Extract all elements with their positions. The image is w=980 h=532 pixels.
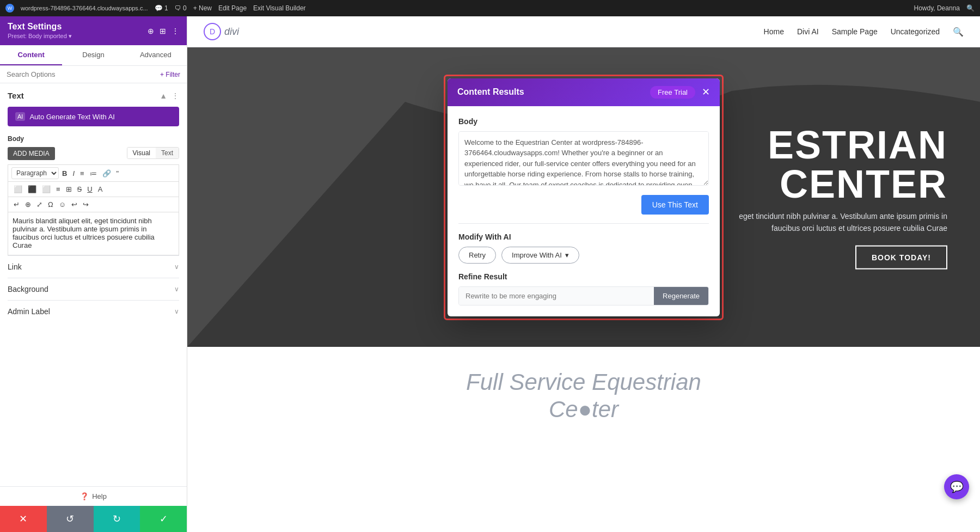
main-content: D divi Home Divi AI Sample Page Uncatego… xyxy=(187,16,980,532)
background-section-header[interactable]: Background ∨ xyxy=(8,285,179,293)
admin-label-section: Admin Label ∨ xyxy=(8,300,179,322)
modify-buttons: Retry Improve With AI ▾ xyxy=(458,247,709,264)
editor-toolbar-row1: Paragraph B I ≡ ≔ 🔗 " xyxy=(8,164,179,181)
section-collapse-icon[interactable]: ▲ xyxy=(160,91,167,100)
tab-advanced[interactable]: Advanced xyxy=(125,45,187,65)
improve-ai-chevron-icon: ▾ xyxy=(565,251,569,259)
section-more-icon[interactable]: ⋮ xyxy=(171,91,179,100)
text-section-title: Text xyxy=(8,91,24,100)
background-section: Background ∨ xyxy=(8,278,179,300)
admin-bar-comment[interactable]: 💬 1 xyxy=(155,4,168,12)
align-right-button[interactable]: ⬜ xyxy=(40,184,53,194)
modal-close-button[interactable]: ✕ xyxy=(702,87,710,97)
justify-button[interactable]: ≡ xyxy=(54,184,63,194)
admin-bar-bubble[interactable]: 🗨 0 xyxy=(175,4,187,12)
admin-label-header[interactable]: Admin Label ∨ xyxy=(8,307,179,316)
paragraph-select[interactable]: Paragraph xyxy=(11,167,59,179)
nav-search-icon[interactable]: 🔍 xyxy=(953,27,964,37)
bottom-section: Full Service Equestrian Ce●ter xyxy=(187,347,980,445)
add-media-button[interactable]: ADD MEDIA xyxy=(8,147,55,160)
undo-button[interactable]: ↩ xyxy=(69,199,79,210)
italic-button[interactable]: I xyxy=(70,168,77,179)
sidebar-icon-layout[interactable]: ⊞ xyxy=(160,27,166,35)
wp-nav-links: Home Divi AI Sample Page Uncategorized 🔍 xyxy=(764,27,964,37)
nav-link-home[interactable]: Home xyxy=(764,27,784,36)
emoji-button[interactable]: ☺ xyxy=(57,199,68,210)
sidebar-preset[interactable]: Preset: Body imported ▾ xyxy=(8,33,72,40)
editor-tab-text[interactable]: Text xyxy=(156,148,179,158)
filter-button[interactable]: + Filter xyxy=(160,71,180,78)
admin-bar-exit-builder[interactable]: Exit Visual Builder xyxy=(253,4,306,12)
retry-button[interactable]: Retry xyxy=(458,247,496,264)
improve-ai-button[interactable]: Improve With AI ▾ xyxy=(501,247,579,264)
cancel-button[interactable]: ✕ xyxy=(0,506,47,532)
sidebar-icon-target[interactable]: ⊕ xyxy=(148,27,154,35)
link-button[interactable]: 🔗 xyxy=(100,168,113,179)
use-text-button[interactable]: Use This Text xyxy=(641,195,709,215)
sidebar-icon-more[interactable]: ⋮ xyxy=(171,27,179,35)
admin-bar-new[interactable]: + New xyxy=(193,4,212,12)
strikethrough-button[interactable]: S xyxy=(75,184,84,194)
omega-button[interactable]: Ω xyxy=(46,199,56,210)
help-label[interactable]: Help xyxy=(92,492,107,500)
nav-link-divi-ai[interactable]: Divi AI xyxy=(797,27,819,36)
redo-all-button[interactable]: ↻ xyxy=(94,506,140,532)
wp-nav-logo: D divi xyxy=(204,23,239,40)
underline-button[interactable]: U xyxy=(85,184,94,194)
modal-divider xyxy=(458,223,709,224)
sidebar-tabs: Content Design Advanced xyxy=(0,45,187,66)
admin-bar-search[interactable]: 🔍 xyxy=(966,4,975,12)
background-chevron-icon: ∨ xyxy=(174,285,179,293)
table-button[interactable]: ⊞ xyxy=(64,184,74,194)
undo-all-button[interactable]: ↺ xyxy=(47,506,94,532)
wp-logo-icon[interactable]: W xyxy=(5,4,14,13)
tab-design[interactable]: Design xyxy=(62,45,124,65)
outdent-button[interactable]: ⊕ xyxy=(23,199,33,210)
modify-ai-section: Modify With AI Retry Improve With AI ▾ xyxy=(458,233,709,264)
modal-body: Body Use This Text Modify With AI Retry xyxy=(448,106,720,316)
floating-chat-button[interactable]: 💬 xyxy=(944,474,969,499)
free-trial-badge[interactable]: Free Trial xyxy=(650,86,695,99)
divi-logo-text: divi xyxy=(224,26,239,38)
modify-ai-label: Modify With AI xyxy=(458,233,709,241)
link-section: Link ∨ xyxy=(8,255,179,278)
body-label: Body xyxy=(8,135,179,143)
refine-row: Regenerate xyxy=(458,286,709,305)
regenerate-button[interactable]: Regenerate xyxy=(654,287,708,305)
search-input[interactable] xyxy=(7,70,156,78)
editor-tab-visual[interactable]: Visual xyxy=(127,148,156,158)
color-button[interactable]: A xyxy=(96,184,105,194)
bottom-title-line2: Ce●ter xyxy=(198,396,969,423)
refine-input[interactable] xyxy=(459,287,654,305)
editor-area[interactable]: Mauris blandit aliquet elit, eget tincid… xyxy=(8,212,179,255)
align-center-button[interactable]: ⬛ xyxy=(26,184,39,194)
bottom-title-line1: Full Service Equestrian xyxy=(198,369,969,396)
save-button[interactable]: ✓ xyxy=(140,506,187,532)
link-section-header[interactable]: Link ∨ xyxy=(8,262,179,271)
main-layout: Text Settings Preset: Body imported ▾ ⊕ … xyxy=(0,16,980,532)
sidebar-search-bar: + Filter xyxy=(0,66,187,83)
expand-button[interactable]: ⤢ xyxy=(34,199,45,210)
admin-bar-edit-page[interactable]: Edit Page xyxy=(218,4,247,12)
modal-body-textarea[interactable] xyxy=(458,131,709,186)
ol-button[interactable]: ≔ xyxy=(88,168,99,179)
text-section-header: Text ▲ ⋮ xyxy=(8,91,179,100)
editor-toolbar-row2: ⬜ ⬛ ⬜ ≡ ⊞ S U A xyxy=(8,181,179,197)
nav-link-uncategorized[interactable]: Uncategorized xyxy=(891,27,940,36)
ul-button[interactable]: ≡ xyxy=(78,168,87,179)
nav-link-sample-page[interactable]: Sample Page xyxy=(832,27,878,36)
align-left-button[interactable]: ⬜ xyxy=(11,184,24,194)
background-title: Background xyxy=(8,285,48,293)
tab-content[interactable]: Content xyxy=(0,45,62,65)
bold-button[interactable]: B xyxy=(60,168,69,179)
ai-generate-button[interactable]: AI Auto Generate Text With AI xyxy=(8,107,179,126)
sidebar-header: Text Settings Preset: Body imported ▾ ⊕ … xyxy=(0,16,187,45)
ai-generate-label: Auto Generate Text With AI xyxy=(29,113,115,121)
admin-label-chevron-icon: ∨ xyxy=(174,308,179,315)
redo-button[interactable]: ↪ xyxy=(81,199,91,210)
blockquote-button[interactable]: " xyxy=(114,168,121,179)
indent-button[interactable]: ↵ xyxy=(11,199,22,210)
modal-red-border-highlight: Content Results Free Trial ✕ Body Use Th… xyxy=(444,75,724,320)
editor-toolbar-row3: ↵ ⊕ ⤢ Ω ☺ ↩ ↪ xyxy=(8,197,179,212)
link-title: Link xyxy=(8,262,22,271)
